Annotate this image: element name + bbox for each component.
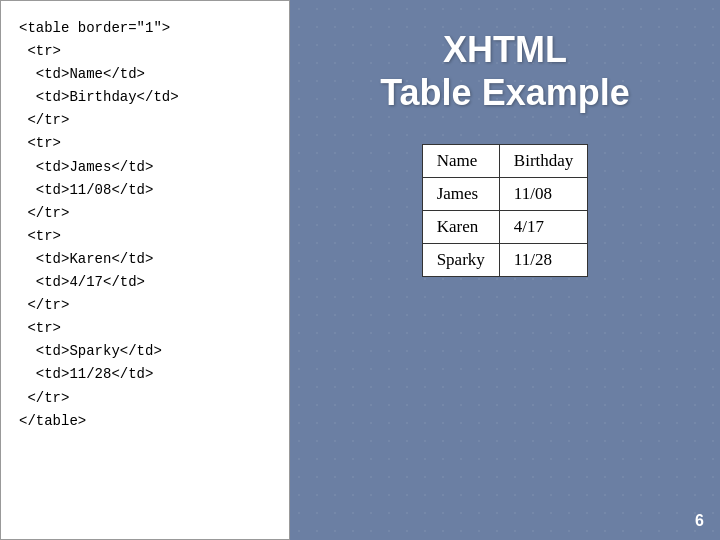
html-code: <table border="1"> <tr> <td>Name</td> <t…: [19, 17, 271, 433]
table-header-cell: Birthday: [499, 145, 588, 178]
table-cell: James: [422, 178, 499, 211]
slide-number: 6: [695, 512, 704, 530]
code-panel: <table border="1"> <tr> <td>Name</td> <t…: [0, 0, 290, 540]
table-cell: Sparky: [422, 244, 499, 277]
table-cell: 11/28: [499, 244, 588, 277]
table-header-cell: Name: [422, 145, 499, 178]
title-line2: Table Example: [380, 72, 629, 113]
table-wrapper: NameBirthdayJames11/08Karen4/17Sparky11/…: [422, 144, 589, 277]
example-table: NameBirthdayJames11/08Karen4/17Sparky11/…: [422, 144, 589, 277]
slide-panel: XHTML Table Example NameBirthdayJames11/…: [290, 0, 720, 540]
table-cell: Karen: [422, 211, 499, 244]
table-cell: 4/17: [499, 211, 588, 244]
slide-title: XHTML Table Example: [380, 28, 629, 114]
title-line1: XHTML: [443, 29, 567, 70]
table-row: Sparky11/28: [422, 244, 588, 277]
table-row: Karen4/17: [422, 211, 588, 244]
table-cell: 11/08: [499, 178, 588, 211]
table-row: James11/08: [422, 178, 588, 211]
